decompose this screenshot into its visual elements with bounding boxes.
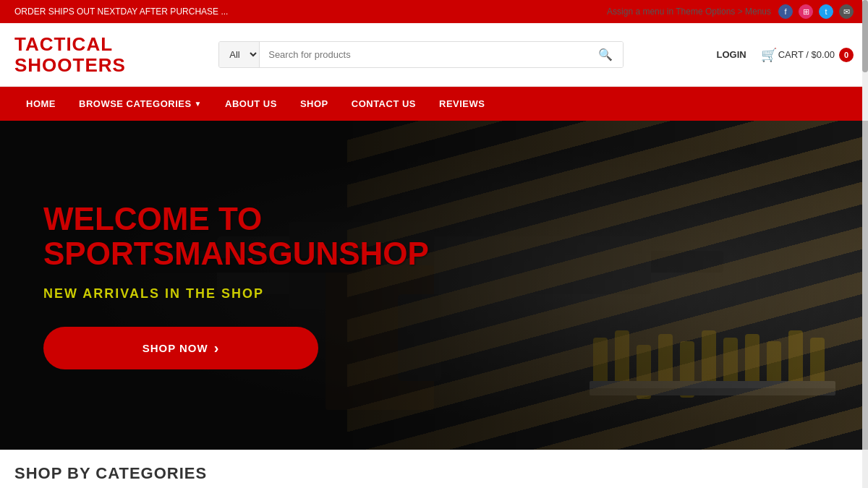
main-nav: HOME BROWSE CATEGORIES ▼ ABOUT US SHOP C… bbox=[0, 87, 868, 121]
shop-now-arrow-icon: › bbox=[214, 340, 220, 356]
cart-icon: 🛒 bbox=[761, 47, 777, 63]
cart-button[interactable]: 🛒 CART / $0.00 0 bbox=[761, 47, 854, 63]
hero-title-line2: SPORTSMANSGUNSHOP bbox=[43, 236, 429, 271]
hero-subtitle: NEW ARRIVALS IN THE SHOP bbox=[43, 286, 429, 301]
header-right: LOGIN 🛒 CART / $0.00 0 bbox=[717, 47, 854, 63]
announcement-bar: ORDER SHIPS OUT NEXTDAY AFTER PURCHASE .… bbox=[0, 0, 868, 23]
email-icon[interactable]: ✉ bbox=[839, 4, 854, 19]
site-header: TACTICAL SHOOTERS All 🔍 LOGIN 🛒 CART / $… bbox=[0, 23, 868, 87]
site-logo[interactable]: TACTICAL SHOOTERS bbox=[14, 34, 126, 75]
nav-about-us[interactable]: ABOUT US bbox=[213, 87, 289, 121]
nav-browse-categories[interactable]: BROWSE CATEGORIES ▼ bbox=[67, 87, 213, 121]
nav-browse-categories-label: BROWSE CATEGORIES bbox=[79, 98, 192, 109]
cart-label: CART / $0.00 bbox=[778, 49, 835, 60]
announcement-right: Assign a menu in Theme Options > Menus f… bbox=[607, 4, 854, 19]
cart-count-badge: 0 bbox=[839, 48, 854, 62]
search-area: All 🔍 bbox=[218, 41, 624, 68]
categories-title: SHOP BY CATEGORIES bbox=[14, 464, 854, 483]
shop-now-label: SHOP NOW bbox=[142, 342, 208, 354]
cart-area: 🛒 CART / $0.00 0 bbox=[761, 47, 854, 63]
scrollbar-thumb[interactable] bbox=[862, 0, 868, 72]
hero-content: WELCOME TO SPORTSMANSGUNSHOP NEW ARRIVAL… bbox=[0, 173, 472, 398]
twitter-icon[interactable]: t bbox=[819, 4, 833, 19]
hero-section: WELCOME TO SPORTSMANSGUNSHOP NEW ARRIVAL… bbox=[0, 121, 868, 450]
categories-section: SHOP BY CATEGORIES bbox=[0, 450, 868, 488]
search-wrapper: All 🔍 bbox=[218, 41, 624, 68]
nav-home[interactable]: HOME bbox=[14, 87, 67, 121]
login-link[interactable]: LOGIN bbox=[717, 49, 746, 60]
logo-line1: TACTICAL bbox=[14, 33, 113, 55]
facebook-icon[interactable]: f bbox=[778, 4, 793, 19]
search-button[interactable]: 🔍 bbox=[588, 42, 623, 67]
shop-now-button[interactable]: SHOP NOW › bbox=[43, 327, 318, 369]
instagram-icon[interactable]: ⊞ bbox=[799, 4, 813, 19]
social-links: f ⊞ t ✉ bbox=[778, 4, 854, 19]
theme-menu-text: Assign a menu in Theme Options > Menus bbox=[607, 7, 771, 17]
logo-line2: SHOOTERS bbox=[14, 54, 126, 76]
nav-reviews[interactable]: REVIEWS bbox=[427, 87, 496, 121]
nav-contact-us[interactable]: CONTACT US bbox=[340, 87, 427, 121]
search-category-select[interactable]: All bbox=[219, 42, 260, 67]
hero-title-line1: WELCOME TO bbox=[43, 201, 262, 236]
search-input[interactable] bbox=[260, 42, 588, 67]
announcement-text: ORDER SHIPS OUT NEXTDAY AFTER PURCHASE .… bbox=[14, 7, 228, 17]
chevron-down-icon: ▼ bbox=[195, 100, 202, 108]
nav-shop[interactable]: SHOP bbox=[289, 87, 340, 121]
hero-title: WELCOME TO SPORTSMANSGUNSHOP bbox=[43, 202, 429, 272]
